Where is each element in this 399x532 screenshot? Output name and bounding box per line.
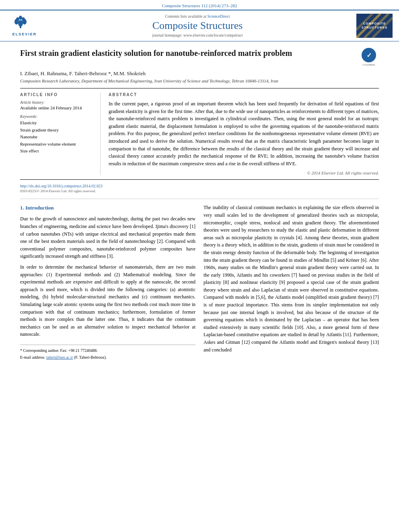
article-title: First strain gradient elasticity solutio…	[20, 48, 352, 58]
abstract-column: ABSTRACT In the current paper, a rigorou…	[109, 92, 379, 175]
logo-text: COMPOSITESTRUCTURES	[362, 22, 388, 30]
journal-logo-right: COMPOSITESTRUCTURES	[352, 14, 393, 38]
article-title-section: First strain gradient elasticity solutio…	[20, 48, 379, 66]
keyword-item: Nanotube	[20, 134, 95, 141]
footnote-section: * Corresponding author. Fax: +98 21 7724…	[20, 345, 195, 361]
elsevier-text: ELSEVIER	[6, 32, 43, 36]
keyword-item: Representative volume element	[20, 141, 95, 148]
body-content: 1. Introduction Due to the growth of nan…	[20, 204, 379, 362]
copyright-footer: 0263-8223/© 2014 Elsevier Ltd. All right…	[20, 189, 379, 193]
footnote-corresponding: * Corresponding author. Fax: +98 21 7724…	[20, 347, 195, 354]
article-history-label: Article history:	[20, 100, 95, 105]
main-content: First strain gradient elasticity solutio…	[0, 41, 399, 368]
abstract-header: ABSTRACT	[109, 92, 379, 97]
elsevier-logo-area: ELSEVIER	[6, 15, 43, 36]
svg-point-5	[22, 17, 25, 21]
doi-url[interactable]: http://dx.doi.org/10.1016/j.compstruct.2…	[20, 184, 103, 188]
info-abstract-section: ARTICLE INFO Article history: Available …	[20, 88, 379, 180]
elsevier-logo: ELSEVIER	[6, 15, 43, 36]
authors-text: I. Zibaei, H. Rahnama, F. Taheri-Behrooz…	[20, 70, 146, 76]
abstract-text: In the current paper, a rigorous proof o…	[109, 100, 379, 167]
body-column-right: The inability of classical continuum mec…	[204, 204, 379, 362]
keywords-header: Keywords:	[20, 114, 95, 119]
crossmark-label: CrossMark	[362, 63, 375, 66]
composite-structures-logo: COMPOSITESTRUCTURES	[356, 14, 393, 38]
journal-info-center: Contents lists available at ScienceDirec…	[43, 14, 352, 37]
section1-title: 1. Introduction	[20, 204, 195, 212]
authors-line: I. Zibaei, H. Rahnama, F. Taheri-Behrooz…	[20, 70, 379, 77]
body-column-left: 1. Introduction Due to the growth of nan…	[20, 204, 195, 362]
journal-ref-text: Composite Structures 112 (2014) 273–282	[162, 3, 237, 8]
footnote-email-label: E-mail address:	[20, 355, 45, 359]
keyword-item: Strain gradient theory	[20, 127, 95, 134]
section1-right-para1: The inability of classical continuum mec…	[204, 204, 379, 353]
sciencedirect-link[interactable]: ScienceDirect	[207, 14, 230, 18]
article-info-column: ARTICLE INFO Article history: Available …	[20, 92, 101, 175]
svg-point-4	[16, 17, 19, 21]
journal-reference: Composite Structures 112 (2014) 273–282	[0, 0, 399, 10]
keyword-item: Size effect	[20, 148, 95, 155]
doi-line[interactable]: http://dx.doi.org/10.1016/j.compstruct.2…	[20, 184, 379, 188]
affiliation-text: Composites Research Laboratory, Departme…	[20, 78, 379, 83]
keyword-item: Elasticity	[20, 119, 95, 127]
crossmark-icon[interactable]: ✓	[362, 48, 376, 62]
available-online: Available online 24 February 2014	[20, 105, 95, 110]
crossmark-area: ✓ CrossMark	[359, 48, 379, 66]
journal-title: Composite Structures	[43, 20, 352, 32]
journal-homepage: journal homepage: www.elsevier.com/locat…	[43, 33, 352, 37]
elsevier-svg-icon	[6, 15, 37, 31]
section-divider	[20, 199, 379, 199]
copyright-line: © 2014 Elsevier Ltd. All rights reserved…	[109, 170, 379, 175]
section1-para2: In order to determine the mechanical beh…	[20, 263, 195, 338]
footnote-email-link[interactable]: taheri@iust.ac.ir	[46, 355, 73, 359]
page: Composite Structures 112 (2014) 273–282 …	[0, 0, 399, 532]
keywords-list: Elasticity Strain gradient theory Nanotu…	[20, 119, 95, 155]
section1-para1: Due to the growth of nanoscience and nan…	[20, 215, 195, 260]
journal-header: ELSEVIER Contents lists available at Sci…	[0, 10, 399, 41]
svg-point-1	[18, 20, 23, 27]
footnote-email-name: (F. Taheri-Behrooz).	[74, 355, 107, 359]
contents-text: Contents lists available at	[165, 14, 206, 18]
footnote-email-line: E-mail address: taheri@iust.ac.ir (F. Ta…	[20, 354, 195, 361]
svg-point-6	[19, 16, 22, 20]
article-info-header: ARTICLE INFO	[20, 92, 95, 97]
contents-line: Contents lists available at ScienceDirec…	[43, 14, 352, 18]
